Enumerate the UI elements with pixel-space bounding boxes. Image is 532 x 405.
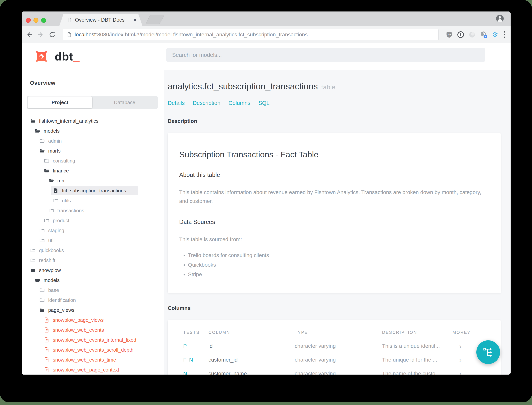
cell-tests: P	[183, 343, 208, 349]
sidebar-tree-item-utils[interactable]: utils	[27, 196, 164, 206]
tree-item-label: util	[48, 237, 54, 243]
page-favicon-icon	[67, 17, 72, 22]
tab-strip: Overview - DBT Docs ×	[22, 12, 511, 26]
sources-list: Trello boards for consulting clientsQuic…	[179, 252, 490, 277]
source-item: Trello boards for consulting clients	[188, 252, 490, 258]
sidebar-tree-item-quickbooks[interactable]: quickbooks	[27, 245, 164, 255]
folder-closed-icon	[39, 228, 45, 233]
tab-close-icon[interactable]: ×	[133, 17, 137, 23]
column-row-customer_id[interactable]: F Ncustomer_idcharacter varyingThe uniqu…	[168, 353, 493, 367]
nav-link-columns[interactable]: Columns	[229, 100, 250, 106]
page-icon	[66, 32, 72, 37]
tree-item-label: fishtown_internal_analytics	[39, 118, 99, 124]
sidebar-tree-item-product[interactable]: product	[27, 216, 164, 225]
cell-type: character varying	[295, 343, 382, 349]
folder-open-icon	[39, 148, 45, 154]
expand-row-chevron-icon[interactable]: ›	[453, 370, 493, 375]
sidebar-tree-item-util[interactable]: util	[27, 236, 164, 245]
sidebar-tree-item-snowplow_web_events_internal_fixed[interactable]: snowplow_web_events_internal_fixed	[27, 335, 164, 345]
about-text: This table contains information about re…	[179, 188, 485, 206]
folder-open-icon	[44, 168, 50, 174]
column-row-customer_name[interactable]: Ncustomer_namecharacter varyingThe name …	[168, 367, 493, 375]
sidebar-tree-item-snowplow[interactable]: snowplow	[27, 265, 164, 275]
snowflake-extension-icon[interactable]: ❄	[491, 30, 499, 39]
source-item: Quickbooks	[188, 262, 490, 268]
profile-avatar[interactable]	[496, 14, 504, 23]
forward-button[interactable]	[37, 30, 45, 39]
folder-closed-icon	[39, 297, 45, 303]
resource-type-badge: table	[321, 83, 335, 91]
reload-icon	[48, 31, 56, 39]
column-header: DESCRIPTION	[382, 330, 453, 335]
cell-col: customer_id	[208, 357, 295, 363]
sidebar-tree-item-finance[interactable]: finance	[27, 166, 164, 176]
disabled-extension-icon[interactable]	[468, 30, 476, 39]
zoom-window-button[interactable]	[41, 18, 46, 23]
sidebar-tree-item-snowplow_web_events_time[interactable]: snowplow_web_events_time	[27, 355, 164, 365]
logo-wordmark: dbt_	[55, 50, 80, 63]
tree-item-label: snowplow_web_events_internal_fixed	[53, 337, 136, 343]
sidebar-tree-item-mrr[interactable]: mrr	[27, 176, 164, 186]
sidebar-tree-item-models[interactable]: models	[27, 126, 164, 136]
nav-link-details[interactable]: Details	[168, 100, 185, 106]
sidebar-tree-item-transactions[interactable]: transactions	[27, 206, 164, 216]
tree-item-label: quickbooks	[39, 248, 64, 253]
sidebar-tree-item-staging[interactable]: staging	[27, 225, 164, 236]
browser-tab[interactable]: Overview - DBT Docs ×	[59, 14, 143, 26]
folder-open-icon	[39, 307, 45, 313]
tree-item-label: models	[44, 277, 60, 283]
sidebar-tree-item-snowplow_web_page_context[interactable]: snowplow_web_page_context	[27, 365, 164, 375]
tree-item-label: snowplow_web_events_scroll_depth	[53, 347, 133, 353]
project-tree: fishtown_internal_analyticsmodelsadminma…	[27, 116, 164, 375]
minimize-window-button[interactable]	[33, 18, 39, 23]
dag-icon	[483, 347, 494, 358]
url-bar[interactable]: localhost:8080/index.html#!/model/model.…	[63, 29, 439, 40]
keyhole-icon	[457, 31, 465, 39]
cell-tests: N	[183, 371, 208, 375]
columns-section-heading: Columns	[168, 305, 501, 311]
desktop: { "browser": { "tab_title": "Overview - …	[0, 0, 532, 405]
browser-menu-button[interactable]	[502, 31, 507, 38]
sidebar-tree-item-admin[interactable]: admin	[27, 136, 164, 146]
column-row-id[interactable]: Pidcharacter varyingThis is a unique ide…	[168, 339, 493, 353]
lineage-graph-button[interactable]	[476, 340, 500, 364]
tab-project[interactable]: Project	[27, 96, 92, 108]
sidebar-tree-item-base[interactable]: base	[27, 285, 164, 295]
back-button[interactable]	[25, 30, 33, 39]
nav-link-description[interactable]: Description	[193, 100, 221, 106]
reload-button[interactable]	[48, 30, 56, 39]
sidebar-tree-item-snowplow_page_views[interactable]: snowplow_page_views	[27, 315, 164, 325]
sidebar-tree-item-models[interactable]: models	[27, 275, 164, 285]
url-text: localhost:8080/index.html#!/model/model.…	[75, 32, 308, 38]
tab-database[interactable]: Database	[92, 96, 157, 108]
person-icon	[496, 14, 504, 23]
sidebar: Overview Project Database fishtown_inter…	[22, 70, 164, 375]
sidebar-tree-item-snowplow_web_events_scroll_depth[interactable]: snowplow_web_events_scroll_depth	[27, 345, 164, 355]
sidebar-tree-item-page_views[interactable]: page_views	[27, 305, 164, 315]
onepassword-extension-icon[interactable]	[456, 30, 465, 39]
dbt-logo[interactable]: dbt_	[33, 47, 80, 66]
tree-item-label: admin	[48, 138, 62, 144]
app-body: Overview Project Database fishtown_inter…	[22, 70, 511, 375]
page-title-row: analytics.fct_subscription_transactionst…	[168, 81, 501, 92]
doc-nav: DetailsDescriptionColumnsSQL	[168, 100, 501, 106]
search-input[interactable]	[166, 48, 485, 62]
sidebar-tree-item-consulting[interactable]: consulting	[27, 156, 164, 166]
sidebar-tree-item-redshift[interactable]: redshift	[27, 255, 164, 265]
sidebar-title: Overview	[30, 80, 164, 86]
file-filled-icon	[53, 188, 59, 194]
column-header: TYPE	[295, 330, 382, 335]
sidebar-tree-item-marts[interactable]: marts	[27, 146, 164, 156]
ublock-extension-icon[interactable]: uO	[445, 30, 453, 39]
sidebar-tree-item-identification[interactable]: identification	[27, 295, 164, 305]
file-outline-icon	[44, 367, 50, 373]
folder-open-icon	[35, 128, 40, 134]
power-extension-icon[interactable]: x	[479, 30, 488, 39]
nav-link-sql[interactable]: SQL	[258, 100, 269, 106]
sidebar-tree-item-fishtown_internal_analytics[interactable]: fishtown_internal_analytics	[27, 116, 164, 126]
column-header: TESTS	[183, 330, 208, 335]
new-tab-button[interactable]	[145, 15, 164, 24]
sidebar-tree-item-snowplow_web_events[interactable]: snowplow_web_events	[27, 325, 164, 335]
close-window-button[interactable]	[26, 18, 31, 23]
sidebar-tree-item-fct_subscription_transactions[interactable]: fct_subscription_transactions	[27, 186, 164, 196]
